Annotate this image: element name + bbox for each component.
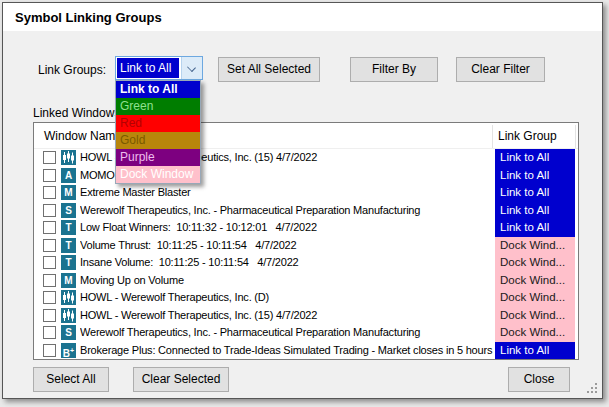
window-type-A-icon: A	[61, 168, 76, 183]
row-checkbox[interactable]	[43, 186, 56, 199]
row-checkbox[interactable]	[43, 221, 56, 234]
window-type-T-icon: T	[61, 238, 76, 253]
window-type-S-icon: S	[61, 325, 76, 340]
link-group-value[interactable]: Link to All	[495, 184, 575, 202]
table-row[interactable]: TVolume Thrust: 10:11:25 - 10:11:54 4/7/…	[34, 237, 578, 255]
window-type-T-icon: T	[61, 220, 76, 235]
window-type-S-icon: S	[61, 203, 76, 218]
set-all-selected-button[interactable]: Set All Selected	[218, 57, 320, 82]
window-name: Brokerage Plus: Connected to Trade-Ideas…	[80, 342, 494, 360]
chevron-down-icon	[187, 63, 196, 72]
candlestick-glyph	[61, 308, 76, 323]
grip-dot	[595, 391, 597, 393]
row-checkbox[interactable]	[43, 274, 56, 287]
row-checkbox[interactable]	[43, 326, 56, 339]
window-name: Extreme Master Blaster	[80, 184, 494, 202]
link-group-value[interactable]: Link to All	[495, 202, 575, 220]
link-group-value[interactable]: Link to All	[495, 219, 575, 237]
link-group-value[interactable]: Dock Wind...	[495, 307, 575, 325]
dropdown-item-link-to-all[interactable]: Link to All	[116, 81, 200, 98]
table-row[interactable]: MMoving Up on VolumeDock Wind...	[34, 272, 578, 290]
table-row[interactable]: HOWL - Werewolf Therapeutics, Inc. (15) …	[34, 307, 578, 325]
title-bar[interactable]: Symbol Linking Groups	[3, 3, 602, 31]
window-type-T-icon: T	[61, 255, 76, 270]
window-name: HOWL - Werewolf Therapeutics, Inc. (D)	[80, 289, 494, 307]
link-group-value[interactable]: Dock Wind...	[495, 237, 575, 255]
link-group-value[interactable]: Link to All	[495, 149, 575, 167]
link-group-value[interactable]: Dock Wind...	[495, 289, 575, 307]
window-name: Werewolf Therapeutics, Inc. - Pharmaceut…	[80, 202, 494, 220]
clear-filter-button[interactable]: Clear Filter	[456, 57, 545, 82]
select-all-button[interactable]: Select All	[33, 367, 109, 392]
close-button[interactable]: Close	[508, 367, 570, 392]
candlestick-glyph	[61, 290, 76, 305]
row-checkbox[interactable]	[43, 151, 56, 164]
link-group-value[interactable]: Link to All	[495, 167, 575, 185]
row-checkbox[interactable]	[43, 169, 56, 182]
dropdown-item-red[interactable]: Red	[116, 115, 200, 132]
symbol-linking-groups-dialog: Symbol Linking Groups Link Groups: Link …	[2, 2, 603, 399]
column-divider	[492, 125, 493, 148]
grip-dot	[591, 391, 593, 393]
window-name: Werewolf Therapeutics, Inc. - Pharmaceut…	[80, 324, 494, 342]
window-name: HOWL - Werewolf Therapeutics, Inc. (15) …	[80, 307, 494, 325]
linked-windows-label: Linked Windows	[33, 106, 120, 120]
link-group-value[interactable]: Dock Wind...	[495, 254, 575, 272]
grip-dot	[595, 383, 597, 385]
link-group-value[interactable]: Dock Wind...	[495, 272, 575, 290]
column-header-window-name[interactable]: Window Name	[44, 129, 122, 143]
column-header-link-group[interactable]: Link Group	[498, 129, 557, 143]
link-groups-label: Link Groups:	[38, 63, 106, 77]
candlestick-chart-icon	[61, 308, 76, 323]
table-row[interactable]: MExtreme Master BlasterLink to All	[34, 184, 578, 202]
table-row[interactable]: TInsane Volume: 10:11:25 - 10:11:54 4/7/…	[34, 254, 578, 272]
window-name: Insane Volume: 10:11:25 - 10:11:54 4/7/2…	[80, 254, 494, 272]
column-divider	[575, 125, 576, 148]
candlestick-chart-icon	[61, 290, 76, 305]
combobox-dropdown-button[interactable]	[181, 57, 202, 79]
dropdown-item-dock-window[interactable]: Dock Window	[116, 166, 200, 183]
candlestick-chart-icon	[61, 150, 76, 165]
dropdown-item-gold[interactable]: Gold	[116, 132, 200, 149]
table-row[interactable]: B+Brokerage Plus: Connected to Trade-Ide…	[34, 342, 578, 360]
dropdown-item-purple[interactable]: Purple	[116, 149, 200, 166]
window-type-M-icon: M	[61, 273, 76, 288]
window-type-M-icon: M	[61, 185, 76, 200]
table-row[interactable]: SWerewolf Therapeutics, Inc. - Pharmaceu…	[34, 324, 578, 342]
dropdown-item-green[interactable]: Green	[116, 98, 200, 115]
grip-dot	[595, 387, 597, 389]
window-name: Volume Thrust: 10:11:25 - 10:11:54 4/7/2…	[80, 237, 494, 255]
row-checkbox[interactable]	[43, 291, 56, 304]
filter-by-button[interactable]: Filter By	[350, 57, 438, 82]
link-group-value[interactable]: Link to All	[495, 342, 575, 360]
table-row[interactable]: SWerewolf Therapeutics, Inc. - Pharmaceu…	[34, 202, 578, 220]
window-name: Low Float Winners: 10:11:32 - 10:12:01 4…	[80, 219, 494, 237]
row-checkbox[interactable]	[43, 239, 56, 252]
resize-grip[interactable]	[587, 383, 598, 394]
table-row[interactable]: TLow Float Winners: 10:11:32 - 10:12:01 …	[34, 219, 578, 237]
candlestick-glyph	[61, 150, 76, 165]
table-row[interactable]: HOWL - Werewolf Therapeutics, Inc. (D)Do…	[34, 289, 578, 307]
row-checkbox[interactable]	[43, 204, 56, 217]
link-group-value[interactable]: Dock Wind...	[495, 324, 575, 342]
clear-selected-button[interactable]: Clear Selected	[133, 367, 229, 392]
link-group-dropdown-list: Link to AllGreenRedGoldPurpleDock Window	[115, 80, 201, 184]
grip-dot	[591, 387, 593, 389]
dialog-title: Symbol Linking Groups	[15, 10, 162, 25]
window-name: Moving Up on Volume	[80, 272, 494, 290]
row-checkbox[interactable]	[43, 309, 56, 322]
link-groups-combobox[interactable]: Link to All	[115, 56, 203, 80]
grip-dot	[587, 391, 589, 393]
combobox-selected-value: Link to All	[117, 58, 179, 78]
row-checkbox[interactable]	[43, 344, 56, 357]
window-type-Bplus-icon: B+	[61, 343, 76, 358]
row-checkbox[interactable]	[43, 256, 56, 269]
